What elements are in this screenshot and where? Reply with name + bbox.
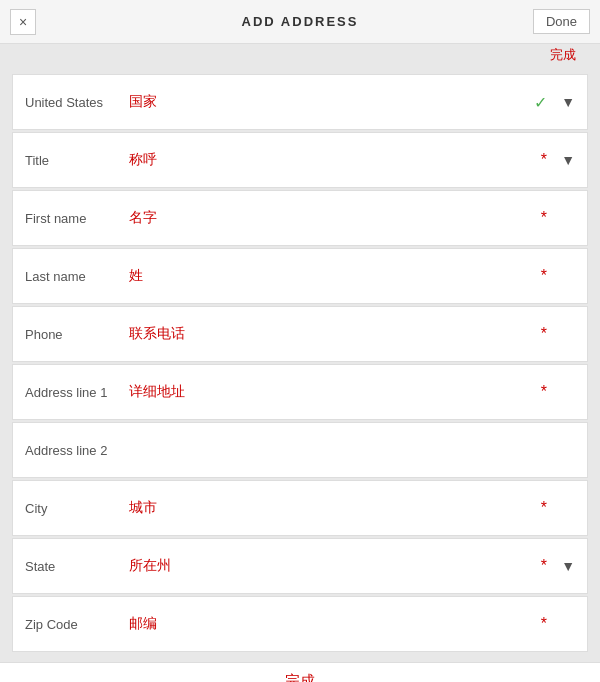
form-row-lastname[interactable]: Last name姓* xyxy=(12,248,588,304)
field-label-zipcode: Zip Code xyxy=(25,617,125,632)
form-row-address1[interactable]: Address line 1详细地址* xyxy=(12,364,588,420)
dropdown-arrow-title[interactable]: ▼ xyxy=(561,152,575,168)
titlebar: × ADD ADDRESS Done xyxy=(0,0,600,44)
field-label-phone: Phone xyxy=(25,327,125,342)
field-chinese-phone: 联系电话 xyxy=(129,325,185,343)
add-address-window: × ADD ADDRESS Done 完成 United States国家✓▼T… xyxy=(0,0,600,682)
field-chinese-zipcode: 邮编 xyxy=(129,615,157,633)
required-star-phone: * xyxy=(541,325,547,343)
done-footer-chinese-label: 完成 xyxy=(285,672,315,683)
dropdown-arrow-state[interactable]: ▼ xyxy=(561,558,575,574)
form-row-country[interactable]: United States国家✓▼ xyxy=(12,74,588,130)
dropdown-arrow-country[interactable]: ▼ xyxy=(561,94,575,110)
required-star-lastname: * xyxy=(541,267,547,285)
form-row-state[interactable]: State所在州*▼ xyxy=(12,538,588,594)
field-label-state: State xyxy=(25,559,125,574)
page-title: ADD ADDRESS xyxy=(242,14,359,29)
field-chinese-title: 称呼 xyxy=(129,151,157,169)
field-label-address1: Address line 1 xyxy=(25,385,125,400)
close-button[interactable]: × xyxy=(10,9,36,35)
field-chinese-state: 所在州 xyxy=(129,557,171,575)
required-star-state: * xyxy=(541,557,547,575)
done-top-button[interactable]: Done xyxy=(533,9,590,34)
field-label-firstname: First name xyxy=(25,211,125,226)
required-star-city: * xyxy=(541,499,547,517)
field-chinese-country: 国家 xyxy=(129,93,157,111)
form-content: United States国家✓▼Title称呼*▼First name名字*L… xyxy=(0,66,600,662)
close-icon: × xyxy=(19,14,27,30)
field-chinese-address1: 详细地址 xyxy=(129,383,185,401)
done-chinese-top-label: 完成 xyxy=(550,44,588,66)
form-row-city[interactable]: City城市* xyxy=(12,480,588,536)
form-row-title[interactable]: Title称呼*▼ xyxy=(12,132,588,188)
required-star-title: * xyxy=(541,151,547,169)
field-label-lastname: Last name xyxy=(25,269,125,284)
form-row-phone[interactable]: Phone联系电话* xyxy=(12,306,588,362)
checkmark-icon-country: ✓ xyxy=(534,93,547,112)
form-row-address2[interactable]: Address line 2 xyxy=(12,422,588,478)
required-star-zipcode: * xyxy=(541,615,547,633)
field-label-country: United States xyxy=(25,95,125,110)
field-label-title: Title xyxy=(25,153,125,168)
field-label-address2: Address line 2 xyxy=(25,443,125,458)
form-row-firstname[interactable]: First name名字* xyxy=(12,190,588,246)
field-chinese-lastname: 姓 xyxy=(129,267,143,285)
required-star-firstname: * xyxy=(541,209,547,227)
done-footer-button[interactable]: 完成 Done xyxy=(0,662,600,682)
field-chinese-firstname: 名字 xyxy=(129,209,157,227)
field-label-city: City xyxy=(25,501,125,516)
field-chinese-city: 城市 xyxy=(129,499,157,517)
form-row-zipcode[interactable]: Zip Code邮编* xyxy=(12,596,588,652)
required-star-address1: * xyxy=(541,383,547,401)
